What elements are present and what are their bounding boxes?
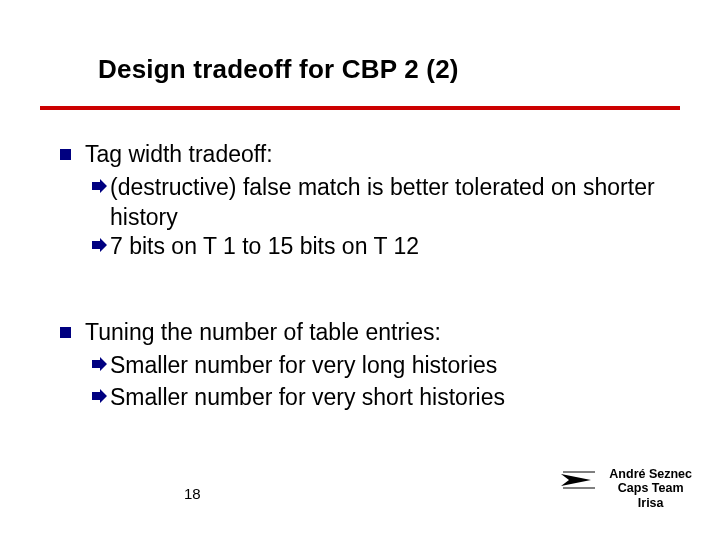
arrow-icon [90,385,108,414]
sub-bullet-item: 7 bits on T 1 to 15 bits on T 12 [90,232,670,263]
sub-bullet-item: (destructive) false match is better tole… [90,173,670,232]
author-block: André Seznec Caps Team Irisa [609,467,692,510]
sub-bullet-text: Smaller number for very short histories [110,383,505,412]
bullet-text: Tuning the number of table entries: [85,318,441,347]
sub-bullet-text: 7 bits on T 1 to 15 bits on T 12 [110,232,419,261]
sub-bullet-item: Smaller number for very long histories [90,351,670,382]
slide-title: Design tradeoff for CBP 2 (2) [98,54,459,85]
author-name: André Seznec [609,467,692,481]
sub-bullet-text: Smaller number for very long histories [110,351,497,380]
slide-body: Tag width tradeoff: (destructive) false … [60,140,670,414]
bullet-item: Tag width tradeoff: [60,140,670,169]
arrow-icon [90,175,108,204]
bullet-text: Tag width tradeoff: [85,140,273,169]
svg-marker-0 [561,474,591,486]
slide: Design tradeoff for CBP 2 (2) Tag width … [0,0,720,540]
footer-logo-icon [561,470,595,490]
author-team: Caps Team [609,481,692,495]
bullet-item: Tuning the number of table entries: [60,318,670,347]
page-number: 18 [184,485,201,502]
sub-bullet-item: Smaller number for very short histories [90,383,670,414]
sub-bullet-text: (destructive) false match is better tole… [110,173,670,232]
slide-footer: 18 André Seznec Caps Team Irisa [0,456,720,516]
author-org: Irisa [609,496,692,510]
arrow-icon [90,353,108,382]
square-bullet-icon [60,149,71,160]
square-bullet-icon [60,327,71,338]
arrow-icon [90,234,108,263]
title-underline [40,106,680,110]
